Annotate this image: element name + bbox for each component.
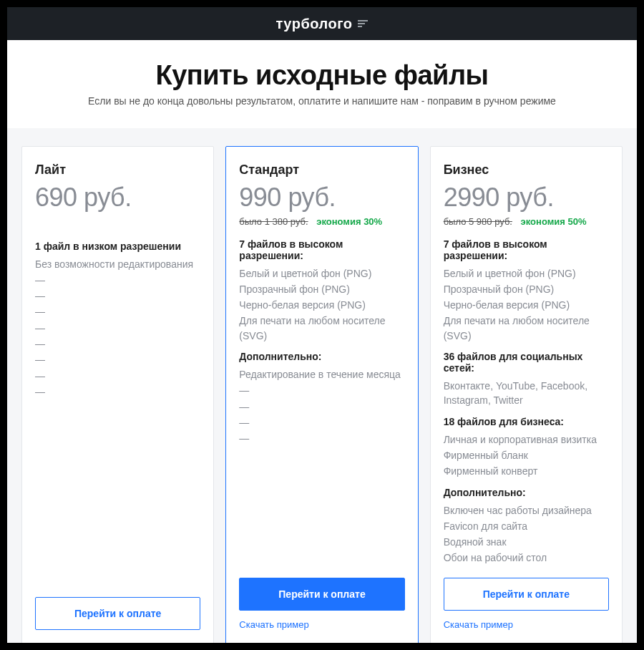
feature-item: —: [239, 382, 404, 398]
feature-item: Личная и корпоративная визитка: [444, 432, 609, 447]
feature-item: Белый и цветной фон (PNG): [444, 266, 609, 281]
plan-price: 990 руб.: [239, 183, 404, 212]
section-head: Дополнительно:: [444, 487, 609, 498]
plan-name: Лайт: [35, 162, 200, 178]
plan-standard: Стандарт 990 руб. было 1 380 руб. эконом…: [225, 146, 418, 643]
savings-badge: экономия 30%: [316, 216, 382, 227]
section-head: 1 файл в низком разрешении: [35, 241, 200, 252]
feature-item: Вконтакте, YouTube, Facebook, Instagram,…: [444, 378, 609, 409]
plan-price: 690 руб.: [35, 183, 200, 212]
buy-button[interactable]: Перейти к оплате: [239, 578, 404, 611]
feature-list: Включен час работы дизайнераFavicon для …: [444, 503, 609, 566]
feature-item: Черно-белая версия (PNG): [239, 297, 404, 313]
buy-button[interactable]: Перейти к оплате: [444, 578, 609, 611]
old-price: было 5 980 руб.: [444, 216, 512, 227]
feature-list: Вконтакте, YouTube, Facebook, Instagram,…: [444, 378, 609, 409]
feature-item: —: [239, 399, 404, 414]
feature-item: Водяной знак: [444, 534, 609, 550]
feature-item: —: [35, 304, 200, 319]
top-bar: турболого: [7, 7, 637, 40]
section-head: Дополнительно:: [239, 351, 404, 362]
section-head: 18 файлов для бизнеса:: [444, 416, 609, 427]
feature-list: Редактирование в течение месяца————: [239, 367, 404, 446]
feature-item: Обои на рабочий стол: [444, 550, 609, 566]
feature-list: Личная и корпоративная визиткаФирменный …: [444, 432, 609, 480]
hero: Купить исходные файлы Если вы не до конц…: [7, 40, 637, 128]
feature-list: Белый и цветной фон (PNG)Прозрачный фон …: [444, 266, 609, 344]
feature-item: —: [35, 320, 200, 336]
download-sample-link[interactable]: Скачать пример: [239, 619, 404, 630]
feature-item: —: [35, 272, 200, 288]
feature-list: Без возможности редактирования————————: [35, 256, 200, 400]
price-meta: было 5 980 руб. экономия 50%: [444, 216, 609, 227]
feature-item: Для печати на любом носителе (SVG): [239, 313, 404, 344]
feature-item: —: [239, 414, 404, 430]
page-title: Купить исходные файлы: [21, 60, 623, 91]
feature-item: —: [35, 384, 200, 399]
plan-lite: Лайт 690 руб. 1 файл в низком разрешении…: [21, 146, 214, 643]
pricing-row: Лайт 690 руб. 1 файл в низком разрешении…: [7, 128, 637, 643]
feature-item: Прозрачный фон (PNG): [444, 281, 609, 297]
plan-price: 2990 руб.: [444, 183, 609, 212]
download-sample-link[interactable]: Скачать пример: [444, 619, 609, 630]
feature-item: Прозрачный фон (PNG): [239, 281, 404, 297]
plan-name: Стандарт: [239, 162, 404, 178]
feature-item: Включен час работы дизайнера: [444, 503, 609, 518]
old-price: было 1 380 руб.: [239, 216, 308, 227]
logo-text: турболого: [276, 16, 353, 32]
feature-item: —: [35, 288, 200, 304]
plan-business: Бизнес 2990 руб. было 5 980 руб. экономи…: [430, 146, 623, 643]
section-head: 7 файлов в высоком разрешении:: [239, 238, 404, 261]
feature-item: Черно-белая версия (PNG): [444, 297, 609, 313]
feature-item: Белый и цветной фон (PNG): [239, 266, 404, 281]
buy-button[interactable]: Перейти к оплате: [35, 597, 200, 630]
savings-badge: экономия 50%: [521, 216, 587, 227]
feature-list: Белый и цветной фон (PNG)Прозрачный фон …: [239, 266, 404, 344]
feature-item: —: [35, 336, 200, 351]
page-subtitle: Если вы не до конца довольны результатом…: [21, 95, 623, 107]
section-head: 36 файлов для социальных сетей:: [444, 351, 609, 374]
feature-item: Без возможности редактирования: [35, 256, 200, 272]
logo[interactable]: турболого: [276, 16, 369, 32]
feature-item: Favicon для сайта: [444, 518, 609, 534]
menu-lines-icon: [358, 20, 368, 27]
feature-item: —: [35, 368, 200, 384]
feature-item: —: [35, 351, 200, 367]
plan-name: Бизнес: [444, 162, 609, 178]
feature-item: Редактирование в течение месяца: [239, 367, 404, 382]
price-meta: было 1 380 руб. экономия 30%: [239, 216, 404, 227]
feature-item: Фирменный бланк: [444, 447, 609, 463]
page-frame: турболого Купить исходные файлы Если вы …: [7, 7, 637, 643]
feature-item: Для печати на любом носителе (SVG): [444, 313, 609, 344]
feature-item: Фирменный конверт: [444, 463, 609, 479]
price-meta-empty: [35, 216, 200, 229]
section-head: 7 файлов в высоком разрешении:: [444, 238, 609, 261]
feature-item: —: [239, 430, 404, 446]
